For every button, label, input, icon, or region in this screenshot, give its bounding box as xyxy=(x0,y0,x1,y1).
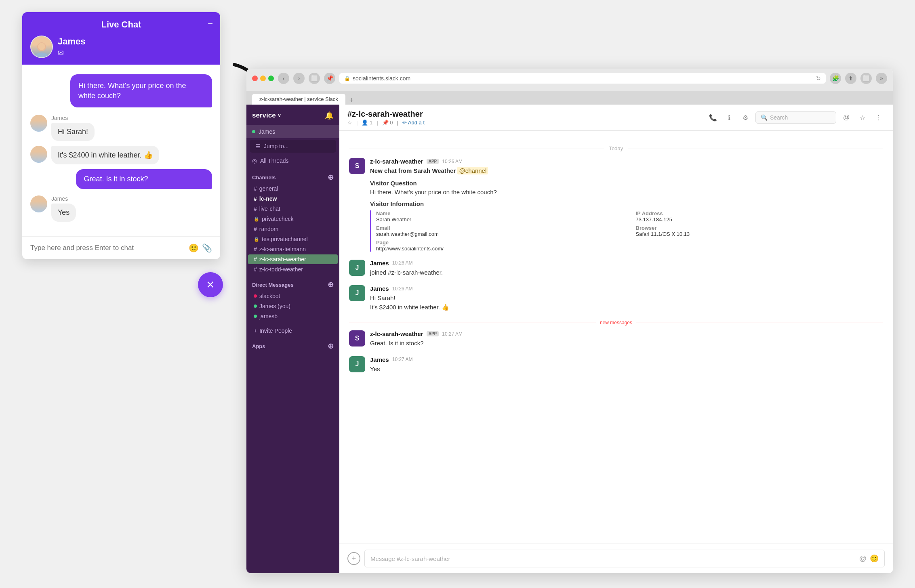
msg5-badge: APP xyxy=(427,331,439,336)
members-count: 👤 1 xyxy=(362,120,372,126)
window-button[interactable]: ⬜ xyxy=(860,73,872,84)
visitor-message-1: Hi there. What's your price on the white… xyxy=(70,74,212,107)
invite-label: Invite People xyxy=(259,328,292,334)
msg3-sender: James xyxy=(370,285,389,292)
livechat-widget: Live Chat − James ✉ Hi there. What's xyxy=(22,12,220,259)
add-channel-icon[interactable]: ⊕ xyxy=(328,173,334,182)
visitor-info-title: Visitor Information xyxy=(370,200,883,207)
msg2-header: James 10:26 AM xyxy=(370,260,883,267)
new-messages-label: new messages xyxy=(600,320,632,326)
add-apps-icon[interactable]: ⊕ xyxy=(328,342,334,351)
at-input-icon[interactable]: @ xyxy=(859,554,867,563)
workspace-name[interactable]: service ∨ xyxy=(252,111,281,120)
msg3-content: James 10:26 AM Hi Sarah! It's $2400 in w… xyxy=(370,285,883,312)
msg6-header: James 10:27 AM xyxy=(370,356,883,363)
add-dm-icon[interactable]: ⊕ xyxy=(328,280,334,289)
browser-tab-bar: z-lc-sarah-weather | service Slack + xyxy=(246,91,893,105)
dm-section-header[interactable]: Direct Messages ⊕ xyxy=(246,275,339,291)
slack-messages: Today S z-lc-sarah-weather APP 10:26 AM … xyxy=(339,131,893,544)
emoji-icon[interactable]: 🙂 xyxy=(189,243,199,253)
search-placeholder: Search xyxy=(770,114,788,121)
online-status-dot xyxy=(252,130,255,133)
view-button[interactable]: ⬜ xyxy=(309,73,320,84)
hash-icon: # xyxy=(254,185,257,192)
add-link[interactable]: ✏ Add a t xyxy=(402,120,425,126)
visitor-message-2: Great. Is it in stock? xyxy=(76,169,212,189)
slack-main: #z-lc-sarah-weather ☆ | 👤 1 | 📌 0 | ✏ Ad… xyxy=(339,105,893,573)
share-button[interactable]: ⬆ xyxy=(845,73,856,84)
slack-search-box[interactable]: 🔍 Search xyxy=(755,111,836,124)
channel-lc-new[interactable]: # lc-new xyxy=(248,194,338,204)
apps-section-header[interactable]: Apps ⊕ xyxy=(246,336,339,352)
agent-name: James xyxy=(58,36,86,47)
forward-button[interactable]: › xyxy=(293,73,305,84)
dm-jamesb[interactable]: jamesb xyxy=(248,311,338,321)
visitor-info-block: Visitor Information Name Sarah Weather I… xyxy=(370,200,883,252)
channel-live-chat[interactable]: # live-chat xyxy=(248,204,338,214)
msg5-content: z-lc-sarah-weather APP 10:27 AM Great. I… xyxy=(370,330,883,348)
dm-james[interactable]: James (you) xyxy=(248,301,338,311)
info-icon-btn[interactable]: ℹ xyxy=(723,111,735,124)
more-icon-btn[interactable]: ⋮ xyxy=(873,111,885,124)
message-input-field[interactable]: Message #z-lc-sarah-weather @ 🙂 xyxy=(364,550,885,567)
agent-small-avatar-2 xyxy=(30,146,47,163)
user-name-sidebar: James xyxy=(259,128,275,135)
invite-people-item[interactable]: + Invite People xyxy=(248,326,338,336)
channel-z-lc-sarah[interactable]: # z-lc-sarah-weather xyxy=(248,254,338,264)
extensions-button[interactable]: 🧩 xyxy=(830,73,841,84)
agent-message-3-bubble: Yes xyxy=(51,204,76,222)
browser-dots xyxy=(252,76,274,81)
agent-message-1-content: James Hi Sarah! xyxy=(51,115,95,141)
all-threads-item[interactable]: ◎ All Threads xyxy=(246,154,339,167)
livechat-input[interactable] xyxy=(30,244,185,252)
msg1-badge: APP xyxy=(427,159,439,164)
url-bar[interactable]: 🔒 socialintents.slack.com ↻ xyxy=(339,73,826,84)
at-icon-btn[interactable]: @ xyxy=(840,111,852,124)
channel-testprivatechannel[interactable]: 🔒 testprivatechannel xyxy=(248,234,338,244)
slack-message-1: S z-lc-sarah-weather APP 10:26 AM New ch… xyxy=(349,158,883,252)
bell-icon[interactable]: 🔔 xyxy=(325,111,334,120)
minimize-dot[interactable] xyxy=(260,76,266,81)
channel-general[interactable]: # general xyxy=(248,184,338,193)
msg2-text: joined #z-lc-sarah-weather. xyxy=(370,268,883,277)
invite-plus-icon: + xyxy=(254,328,257,334)
phone-icon-btn[interactable]: 📞 xyxy=(707,111,719,124)
agent-name-group: James ✉ xyxy=(58,36,86,57)
attach-icon[interactable]: 📎 xyxy=(202,243,212,253)
star-icon-meta[interactable]: ☆ xyxy=(347,120,352,126)
slack-channel-header: #z-lc-sarah-weather ☆ | 👤 1 | 📌 0 | ✏ Ad… xyxy=(339,105,893,131)
msg1-visitor-question: Visitor Question Hi there. What's your p… xyxy=(370,179,883,197)
minimize-button[interactable]: − xyxy=(208,19,213,29)
close-dot[interactable] xyxy=(252,76,258,81)
visitor-page-col: Page http://www.socialintents.com/ xyxy=(376,239,883,252)
visitor-name-col: Name Sarah Weather xyxy=(376,210,624,223)
agent-message-2-bubble: It's $2400 in white leather. 👍 xyxy=(51,146,159,164)
lock-icon-sidebar-1: 🔒 xyxy=(254,216,259,222)
dm-slackbot[interactable]: slackbot xyxy=(248,291,338,301)
new-tab-button[interactable]: + xyxy=(349,96,354,105)
channel-random[interactable]: # random xyxy=(248,224,338,234)
livechat-close-button[interactable]: ✕ xyxy=(198,272,223,297)
slack-input-area: + Message #z-lc-sarah-weather @ 🙂 xyxy=(339,544,893,573)
channels-section-header[interactable]: Channels ⊕ xyxy=(246,167,339,183)
channel-privatecheck[interactable]: 🔒 privatecheck xyxy=(248,214,338,224)
star-icon-btn[interactable]: ☆ xyxy=(856,111,869,124)
lock-icon: 🔒 xyxy=(344,76,350,81)
fullscreen-dot[interactable] xyxy=(268,76,274,81)
emoji-input-icon[interactable]: 🙂 xyxy=(870,554,879,563)
settings-icon-btn[interactable]: ⚙ xyxy=(739,111,751,124)
msg5-header: z-lc-sarah-weather APP 10:27 AM xyxy=(370,330,883,337)
channel-z-lc-anna[interactable]: # z-lc-anna-tielmann xyxy=(248,244,338,254)
bookmark-button[interactable]: 📌 xyxy=(324,73,335,84)
browser-tab-active[interactable]: z-lc-sarah-weather | service Slack xyxy=(252,94,345,105)
dm-label: Direct Messages xyxy=(252,282,294,288)
visitor-name-label: Name xyxy=(376,210,624,216)
channel-z-lc-todd[interactable]: # z-lc-todd-weather xyxy=(248,265,338,274)
jump-to-button[interactable]: ☰ Jump to... xyxy=(250,140,336,153)
slack-channel-title: #z-lc-sarah-weather xyxy=(347,109,425,119)
message-plus-button[interactable]: + xyxy=(347,552,360,565)
arrows-button[interactable]: » xyxy=(876,73,887,84)
back-button[interactable]: ‹ xyxy=(278,73,289,84)
msg3-time: 10:26 AM xyxy=(392,286,413,292)
refresh-icon[interactable]: ↻ xyxy=(816,75,821,82)
